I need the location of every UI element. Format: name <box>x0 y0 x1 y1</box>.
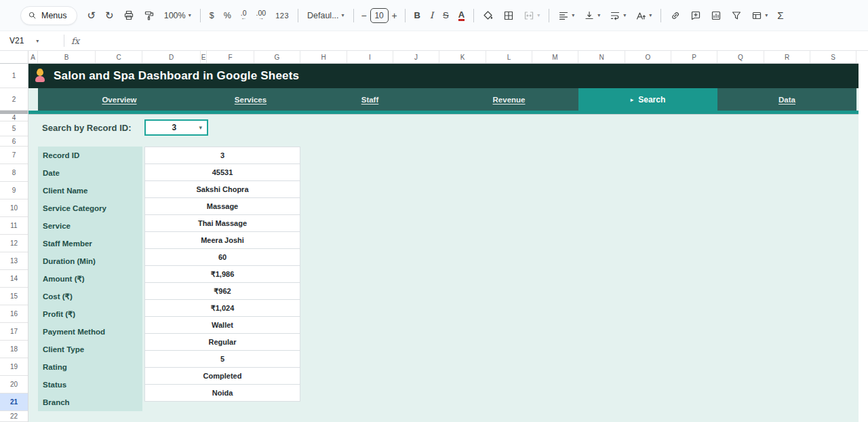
column-header-M[interactable]: M <box>532 51 578 63</box>
tab-services[interactable]: Services <box>201 88 300 111</box>
row-header-16[interactable]: 16 <box>0 305 28 323</box>
tab-revenue[interactable]: Revenue <box>439 88 578 111</box>
functions-button[interactable]: Σ <box>773 7 787 24</box>
borders-button[interactable] <box>499 7 518 24</box>
decrease-decimal-button[interactable]: .0← <box>237 7 251 24</box>
field-label-service-category[interactable]: Service Category <box>38 199 142 217</box>
percent-format-button[interactable]: % <box>220 7 235 24</box>
field-value-service[interactable]: Thai Massage <box>144 214 300 232</box>
row-header-13[interactable]: 13 <box>0 252 28 270</box>
zoom-select[interactable]: 100%▾ <box>160 7 195 24</box>
field-label-record-id[interactable]: Record ID <box>38 147 142 164</box>
field-label-date[interactable]: Date <box>38 164 142 182</box>
tab-overview[interactable]: Overview <box>38 88 201 111</box>
field-value-rating[interactable]: 5 <box>144 350 300 368</box>
field-label-payment-method[interactable]: Payment Method <box>38 323 142 341</box>
column-header-C[interactable]: C <box>96 51 142 63</box>
tab-data[interactable]: Data <box>717 88 856 111</box>
bold-button[interactable]: B <box>410 7 425 24</box>
insert-comment-button[interactable] <box>686 7 705 24</box>
row-header-8[interactable]: 8 <box>0 164 28 182</box>
field-label-profit[interactable]: Profit (₹) <box>38 305 142 323</box>
field-label-cost[interactable]: Cost (₹) <box>38 288 142 305</box>
field-value-service-category[interactable]: Massage <box>144 197 300 215</box>
column-header-O[interactable]: O <box>625 51 671 63</box>
field-value-amount[interactable]: ₹1,986 <box>144 265 300 283</box>
horizontal-align-button[interactable]: ▾ <box>554 7 578 24</box>
record-id-dropdown[interactable]: 3 ▾ <box>144 119 208 136</box>
field-value-record-id[interactable]: 3 <box>144 147 300 164</box>
row-header-10[interactable]: 10 <box>0 199 28 217</box>
field-value-cost[interactable]: ₹962 <box>144 282 300 300</box>
field-label-amount[interactable]: Amount (₹) <box>38 270 142 288</box>
print-button[interactable] <box>119 7 138 24</box>
name-box[interactable]: V21 ▾ <box>0 36 62 45</box>
field-label-branch[interactable]: Branch <box>38 394 142 411</box>
menus-button[interactable]: Menus <box>20 6 77 25</box>
column-header-H[interactable]: H <box>300 51 347 63</box>
field-value-profit[interactable]: ₹1,024 <box>144 299 300 317</box>
field-label-staff-member[interactable]: Staff Member <box>38 235 142 252</box>
increase-decimal-button[interactable]: .00→ <box>252 7 271 24</box>
row-header-19[interactable]: 19 <box>0 358 28 376</box>
create-filter-button[interactable] <box>727 7 746 24</box>
field-value-branch[interactable]: Noida <box>144 384 300 402</box>
row-header-22[interactable]: 22 <box>0 411 28 422</box>
row-header-5[interactable]: 5 <box>0 121 28 136</box>
undo-button[interactable]: ↺ <box>83 7 100 24</box>
increase-font-size-button[interactable]: + <box>389 7 400 24</box>
column-header-G[interactable]: G <box>254 51 300 63</box>
font-size-input[interactable]: 10 <box>370 8 389 23</box>
redo-button[interactable]: ↻ <box>101 7 118 24</box>
row-header-2[interactable]: 2 <box>0 88 28 111</box>
row-header-14[interactable]: 14 <box>0 270 28 288</box>
row-header-1[interactable]: 1 <box>0 64 28 88</box>
column-header-K[interactable]: K <box>439 51 486 63</box>
select-all-corner[interactable] <box>0 51 28 64</box>
column-header-I[interactable]: I <box>347 51 393 63</box>
column-header-B[interactable]: B <box>38 51 96 63</box>
column-header-S[interactable]: S <box>810 51 856 63</box>
field-label-client-type[interactable]: Client Type <box>38 341 142 358</box>
row-header-7[interactable]: 7 <box>0 147 28 164</box>
font-family-select[interactable]: Defaul...▾ <box>303 7 349 24</box>
row-header-9[interactable]: 9 <box>0 182 28 199</box>
vertical-align-button[interactable]: ▾ <box>580 7 604 24</box>
merge-cells-button[interactable]: ▾ <box>519 7 544 24</box>
italic-button[interactable]: I <box>426 7 437 24</box>
text-wrap-button[interactable]: ▾ <box>606 7 630 24</box>
field-value-client-name[interactable]: Sakshi Chopra <box>144 180 300 198</box>
decrease-font-size-button[interactable]: − <box>359 7 370 24</box>
strikethrough-button[interactable]: S <box>439 7 453 24</box>
row-header-4[interactable]: 4 <box>0 115 28 121</box>
row-header-15[interactable]: 15 <box>0 288 28 305</box>
field-label-status[interactable]: Status <box>38 376 142 394</box>
row-header-20[interactable]: 20 <box>0 376 28 394</box>
column-header-F[interactable]: F <box>207 51 254 63</box>
insert-link-button[interactable] <box>666 7 685 24</box>
row-header-6[interactable]: 6 <box>0 136 28 147</box>
column-header-A[interactable]: A <box>28 51 38 63</box>
field-label-client-name[interactable]: Client Name <box>38 182 142 199</box>
field-value-date[interactable]: 45531 <box>144 164 300 181</box>
row-header-21[interactable]: 21 <box>0 394 28 411</box>
column-header-L[interactable]: L <box>486 51 532 63</box>
field-value-duration-min[interactable]: 60 <box>144 248 300 266</box>
text-color-button[interactable]: A <box>454 7 469 24</box>
row-header-17[interactable]: 17 <box>0 323 28 341</box>
paint-format-button[interactable] <box>140 7 159 24</box>
field-value-client-type[interactable]: Regular <box>144 333 300 351</box>
row-header-11[interactable]: 11 <box>0 217 28 235</box>
column-header-E[interactable]: E <box>201 51 207 63</box>
field-label-duration-min[interactable]: Duration (Min) <box>38 252 142 270</box>
column-header-D[interactable]: D <box>142 51 201 63</box>
insert-chart-button[interactable] <box>707 7 726 24</box>
column-header-J[interactable]: J <box>393 51 439 63</box>
text-rotation-button[interactable]: ▾ <box>631 7 656 24</box>
column-header-N[interactable]: N <box>578 51 625 63</box>
tab-search[interactable]: ▸Search <box>578 88 717 111</box>
row-header-12[interactable]: 12 <box>0 235 28 252</box>
column-header-P[interactable]: P <box>671 51 717 63</box>
sheet-grid[interactable]: Salon and Spa Dashboard in Google Sheets… <box>28 64 859 422</box>
field-label-rating[interactable]: Rating <box>38 358 142 376</box>
